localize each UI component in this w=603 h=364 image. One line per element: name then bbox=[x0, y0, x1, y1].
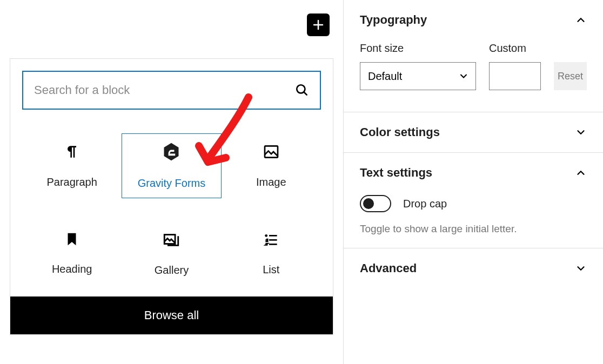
toggle-knob bbox=[363, 198, 374, 209]
block-image[interactable]: Image bbox=[222, 133, 321, 198]
gallery-icon bbox=[162, 230, 180, 251]
chevron-down-icon bbox=[575, 262, 587, 274]
chevron-down-icon bbox=[458, 71, 469, 82]
color-settings-panel: Color settings bbox=[344, 112, 603, 153]
font-size-value: Default bbox=[368, 70, 402, 83]
panel-title: Color settings bbox=[360, 125, 440, 139]
block-label: Image bbox=[256, 176, 286, 188]
block-inserter-panel: Paragraph Gravity Forms Image Heading bbox=[10, 58, 333, 335]
block-label: Gravity Forms bbox=[138, 177, 206, 190]
block-label: Paragraph bbox=[46, 176, 97, 188]
panel-title: Text settings bbox=[360, 166, 432, 180]
typography-header[interactable]: Typography bbox=[360, 13, 587, 27]
block-heading[interactable]: Heading bbox=[22, 221, 122, 286]
custom-size-input[interactable] bbox=[489, 62, 541, 90]
chevron-down-icon bbox=[575, 126, 587, 138]
svg-point-3 bbox=[265, 234, 267, 237]
panel-title: Advanced bbox=[360, 261, 417, 275]
block-list: Paragraph Gravity Forms Image Heading bbox=[10, 115, 333, 296]
drop-cap-description: Toggle to show a large initial letter. bbox=[360, 223, 587, 235]
block-gallery[interactable]: Gallery bbox=[122, 221, 221, 286]
text-settings-header[interactable]: Text settings bbox=[360, 166, 587, 180]
advanced-panel: Advanced bbox=[344, 248, 603, 288]
chevron-up-icon bbox=[575, 14, 587, 26]
image-icon bbox=[263, 143, 280, 163]
text-settings-panel: Text settings Drop cap Toggle to show a … bbox=[344, 153, 603, 248]
bookmark-icon bbox=[64, 231, 80, 250]
gravity-forms-icon bbox=[162, 142, 181, 164]
font-size-select[interactable]: Default bbox=[360, 62, 476, 90]
block-label: Gallery bbox=[155, 264, 189, 277]
reset-button[interactable]: Reset bbox=[554, 62, 587, 90]
font-size-label: Font size bbox=[360, 42, 476, 55]
custom-size-label: Custom bbox=[489, 42, 541, 55]
block-list[interactable]: List bbox=[222, 221, 321, 286]
panel-title: Typography bbox=[360, 13, 427, 27]
color-settings-header[interactable]: Color settings bbox=[360, 125, 587, 139]
add-block-button[interactable] bbox=[307, 14, 330, 36]
list-icon bbox=[263, 231, 280, 251]
block-gravity-forms[interactable]: Gravity Forms bbox=[122, 133, 221, 198]
drop-cap-label: Drop cap bbox=[403, 198, 447, 210]
plus-icon bbox=[312, 18, 325, 31]
block-label: Heading bbox=[52, 263, 92, 275]
typography-panel: Typography Font size Default Custom Rese… bbox=[344, 0, 603, 112]
drop-cap-toggle[interactable] bbox=[360, 195, 391, 212]
chevron-up-icon bbox=[575, 167, 587, 179]
advanced-header[interactable]: Advanced bbox=[360, 261, 587, 275]
paragraph-icon bbox=[63, 143, 81, 163]
block-search-field[interactable] bbox=[22, 71, 321, 110]
block-paragraph[interactable]: Paragraph bbox=[22, 133, 122, 198]
search-icon bbox=[295, 83, 309, 97]
search-input[interactable] bbox=[34, 83, 295, 97]
block-label: List bbox=[263, 264, 279, 276]
browse-all-button[interactable]: Browse all bbox=[10, 296, 333, 334]
settings-sidebar: Typography Font size Default Custom Rese… bbox=[343, 0, 603, 364]
